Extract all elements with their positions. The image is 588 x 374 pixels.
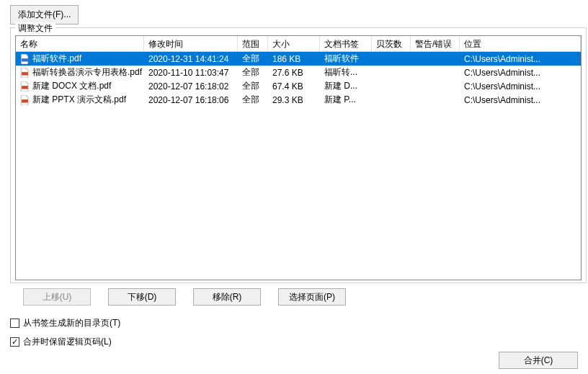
cell-size: 67.4 KB — [268, 80, 320, 93]
preserve-logical-pages-label: 合并时保留逻辑页码(L) — [23, 336, 112, 348]
cell-bates — [372, 99, 411, 102]
col-header-bookmark[interactable]: 文档书签 — [320, 36, 372, 51]
pdf-file-icon — [20, 81, 30, 92]
table-row[interactable]: 新建 PPTX 演示文稿.pdf2020-12-07 16:18:06全部29.… — [16, 93, 581, 107]
cell-bates — [372, 85, 411, 88]
cell-bates — [372, 71, 411, 74]
col-header-mtime[interactable]: 修改时间 — [144, 36, 238, 51]
table-body: 福昕软件.pdf2020-12-31 14:41:24全部186 KB福昕软件C… — [16, 52, 581, 107]
cell-size: 186 KB — [268, 53, 320, 66]
cell-mtime: 2020-12-07 16:18:02 — [144, 80, 238, 93]
col-header-warn[interactable]: 警告/错误 — [411, 36, 460, 51]
table-row[interactable]: 福昕软件.pdf2020-12-31 14:41:24全部186 KB福昕软件C… — [16, 52, 581, 66]
col-header-scope[interactable]: 范围 — [238, 36, 268, 51]
cell-bookmark: 福昕转... — [320, 65, 372, 80]
groupbox-legend: 调整文件 — [15, 22, 55, 35]
merge-button[interactable]: 合并(C) — [499, 352, 578, 369]
file-table: 名称 修改时间 范围 大小 文档书签 贝茨数 警告/错误 位置 福昕软件.pdf… — [15, 35, 582, 280]
cell-name: 新建 PPTX 演示文稿.pdf — [16, 92, 144, 107]
cell-name: 新建 DOCX 文档.pdf — [16, 79, 144, 94]
select-pages-button[interactable]: 选择页面(P) — [278, 288, 346, 306]
cell-name: 福昕转换器演示专用表格.pdf — [16, 65, 144, 80]
cell-location: C:\Users\Administ... — [460, 94, 581, 107]
pdf-file-icon — [20, 95, 30, 105]
cell-bookmark: 新建 D... — [320, 79, 372, 94]
pdf-file-icon — [20, 54, 30, 64]
table-row[interactable]: 福昕转换器演示专用表格.pdf2020-11-10 11:03:47全部27.6… — [16, 66, 581, 79]
col-header-location[interactable]: 位置 — [460, 36, 581, 51]
cell-warn — [411, 58, 460, 61]
cell-mtime: 2020-12-31 14:41:24 — [144, 53, 238, 66]
generate-toc-checkbox[interactable] — [10, 319, 19, 328]
preserve-logical-pages-option[interactable]: 合并时保留逻辑页码(L) — [10, 336, 112, 348]
col-header-bates[interactable]: 贝茨数 — [372, 36, 411, 51]
generate-toc-option[interactable]: 从书签生成新的目录页(T) — [10, 317, 120, 329]
cell-mtime: 2020-11-10 11:03:47 — [144, 66, 238, 79]
col-header-name[interactable]: 名称 — [16, 36, 144, 51]
cell-bookmark: 福昕软件 — [320, 51, 372, 66]
remove-button[interactable]: 移除(R) — [193, 288, 261, 306]
cell-bookmark: 新建 P... — [320, 92, 372, 107]
cell-warn — [411, 71, 460, 74]
cell-warn — [411, 99, 460, 102]
table-header: 名称 修改时间 范围 大小 文档书签 贝茨数 警告/错误 位置 — [16, 36, 581, 52]
add-file-button[interactable]: 添加文件(F)... — [10, 5, 79, 25]
preserve-logical-pages-checkbox[interactable] — [10, 337, 19, 347]
cell-bates — [372, 58, 411, 61]
cell-scope: 全部 — [238, 92, 268, 107]
action-button-row: 上移(U) 下移(D) 移除(R) 选择页面(P) — [23, 288, 346, 306]
cell-location: C:\Users\Administ... — [460, 53, 581, 66]
cell-scope: 全部 — [238, 65, 268, 80]
table-row[interactable]: 新建 DOCX 文档.pdf2020-12-07 16:18:02全部67.4 … — [16, 79, 581, 93]
cell-scope: 全部 — [238, 79, 268, 94]
cell-size: 27.6 KB — [268, 66, 320, 79]
generate-toc-label: 从书签生成新的目录页(T) — [23, 317, 120, 329]
cell-size: 29.3 KB — [268, 94, 320, 107]
pdf-file-icon — [20, 68, 30, 78]
cell-name: 福昕软件.pdf — [16, 51, 144, 66]
cell-location: C:\Users\Administ... — [460, 66, 581, 79]
cell-location: C:\Users\Administ... — [460, 80, 581, 93]
cell-warn — [411, 85, 460, 88]
cell-scope: 全部 — [238, 51, 268, 66]
move-down-button[interactable]: 下移(D) — [108, 288, 176, 306]
col-header-size[interactable]: 大小 — [268, 36, 320, 51]
move-up-button[interactable]: 上移(U) — [23, 288, 91, 306]
adjust-files-groupbox: 调整文件 名称 修改时间 范围 大小 文档书签 贝茨数 警告/错误 位置 福昕软… — [10, 27, 587, 283]
cell-mtime: 2020-12-07 16:18:06 — [144, 94, 238, 107]
